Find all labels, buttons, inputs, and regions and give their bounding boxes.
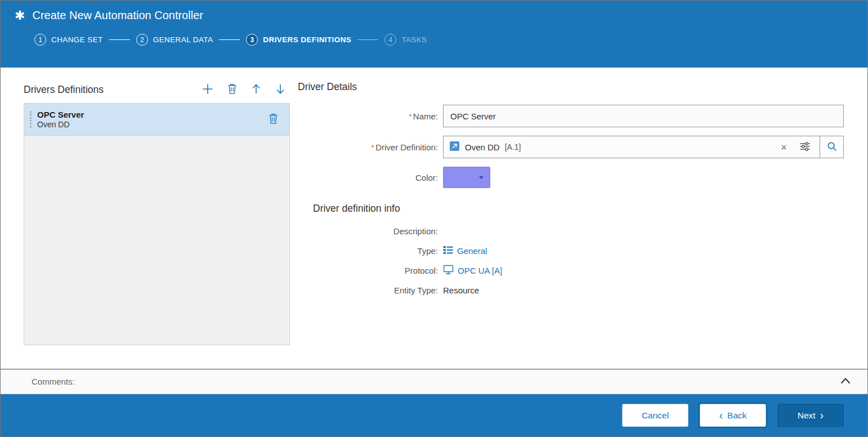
entity-type-value: Resource [443, 286, 479, 295]
driver-details-title: Driver Details [298, 81, 844, 93]
search-button[interactable] [820, 136, 843, 158]
drivers-panel-title: Drivers Definitions [24, 84, 104, 96]
move-down-button[interactable] [274, 83, 287, 96]
item-delete-button[interactable] [268, 113, 279, 126]
plus-icon [202, 83, 214, 97]
description-row: Description: [298, 224, 844, 238]
list-type-icon [443, 246, 453, 256]
chevron-right-icon: › [820, 409, 824, 421]
required-marker: * [371, 142, 374, 152]
chevron-left-icon: ‹ [719, 409, 723, 421]
protocol-value: OPC UA [A] [458, 266, 502, 275]
wizard-title-row: ✱ Create New Automation Controller [15, 9, 867, 22]
name-input[interactable] [443, 105, 844, 127]
type-value-link[interactable]: General [443, 246, 487, 256]
step-3-circle: 3 [246, 34, 258, 46]
driver-definition-info-title: Driver definition info [313, 203, 844, 215]
driver-definition-row: *Driver Definition: Oven DD [A.1] × [298, 136, 844, 158]
driver-details-panel: Driver Details *Name: *Driver Definition… [290, 81, 867, 369]
chevron-up-icon [840, 377, 851, 386]
cancel-button-label: Cancel [642, 411, 669, 421]
driver-item-name: OPC Server [37, 110, 84, 119]
drag-handle[interactable] [25, 110, 35, 128]
next-button-label: Next [798, 411, 816, 421]
wizard-steps: 1 CHANGE SET 2 GENERAL DATA 3 DRIVERS DE… [34, 34, 867, 46]
step-4-circle: 4 [384, 34, 396, 46]
drivers-toolbar [201, 83, 290, 96]
cancel-button[interactable]: Cancel [622, 404, 688, 427]
comments-label: Comments: [32, 377, 75, 386]
protocol-label: Protocol: [298, 266, 443, 275]
trash-icon [227, 83, 238, 96]
trash-icon [268, 113, 279, 126]
wizard-footer: Cancel ‹ Back Next › [1, 394, 867, 436]
step-2-circle: 2 [136, 34, 148, 46]
required-marker: * [409, 112, 412, 121]
driver-definition-combobox[interactable]: Oven DD [A.1] × [444, 136, 820, 158]
step-drivers-definitions[interactable]: 3 DRIVERS DEFINITIONS [246, 34, 351, 46]
protocol-row: Protocol: OPC UA [A] [298, 264, 844, 277]
step-1-circle: 1 [34, 34, 46, 46]
type-label: Type: [298, 246, 443, 256]
main-content: Drivers Definitions [1, 68, 867, 369]
clear-icon[interactable]: × [777, 142, 791, 153]
comments-collapse-button[interactable] [838, 375, 853, 388]
search-icon [826, 141, 838, 154]
step-3-label: DRIVERS DEFINITIONS [263, 35, 351, 44]
sliders-icon [799, 141, 811, 153]
step-4-label: TASKS [401, 35, 427, 44]
driver-item-subtitle: Oven DD [37, 120, 84, 129]
wizard-header: ✱ Create New Automation Controller 1 CHA… [1, 1, 867, 68]
color-label: Color: [298, 173, 443, 182]
step-connector [109, 39, 130, 40]
back-button[interactable]: ‹ Back [700, 404, 766, 427]
drivers-list: OPC Server Oven DD [24, 103, 290, 345]
entity-type-row: Entity Type: Resource [298, 283, 844, 297]
step-2-label: GENERAL DATA [153, 35, 213, 44]
chevron-down-icon [479, 176, 484, 179]
type-value: General [457, 246, 487, 256]
entity-type-label: Entity Type: [298, 286, 443, 295]
comments-bar: Comments: [1, 369, 867, 394]
arrow-up-icon [251, 83, 261, 96]
color-row: Color: [298, 167, 844, 188]
step-connector [357, 39, 378, 40]
description-label: Description: [298, 226, 443, 236]
step-change-set[interactable]: 1 CHANGE SET [34, 34, 103, 46]
step-general-data[interactable]: 2 GENERAL DATA [136, 34, 213, 46]
type-row: Type: General [298, 244, 844, 257]
driver-definition-value: Oven DD [465, 142, 500, 152]
drivers-panel-header: Drivers Definitions [24, 81, 290, 98]
driver-definition-revision: [A.1] [505, 142, 521, 151]
page-title: Create New Automation Controller [32, 9, 203, 22]
add-driver-button[interactable] [201, 83, 214, 96]
delete-driver-button[interactable] [225, 83, 239, 96]
next-button[interactable]: Next › [777, 404, 844, 427]
step-1-label: CHANGE SET [51, 35, 103, 44]
move-up-button[interactable] [249, 83, 263, 96]
step-tasks: 4 TASKS [384, 34, 427, 46]
revision-item-icon [449, 141, 460, 154]
monitor-icon [443, 265, 454, 277]
drivers-definitions-panel: Drivers Definitions [24, 81, 290, 369]
driver-list-item-selected[interactable]: OPC Server Oven DD [24, 104, 289, 136]
back-button-label: Back [727, 411, 746, 421]
driver-definition-picker: Oven DD [A.1] × [443, 136, 844, 158]
protocol-value-link[interactable]: OPC UA [A] [443, 265, 502, 277]
name-label: *Name: [298, 112, 443, 121]
driver-item-text: OPC Server Oven DD [37, 110, 84, 129]
step-connector [219, 39, 240, 40]
filter-settings-button[interactable] [796, 141, 814, 153]
create-automation-controller-wizard: ✱ Create New Automation Controller 1 CHA… [0, 0, 868, 437]
name-row: *Name: [298, 105, 844, 127]
driver-definition-label: *Driver Definition: [298, 142, 443, 152]
asterisk-icon: ✱ [15, 10, 25, 22]
arrow-down-icon [275, 83, 285, 96]
color-picker-button[interactable] [443, 167, 490, 188]
